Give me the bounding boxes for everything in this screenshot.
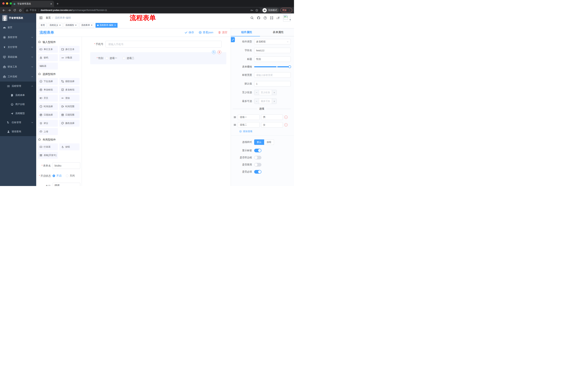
toggle-switch[interactable]	[254, 163, 262, 167]
sidebar-item-yen-2[interactable]: ¥支付管理	[0, 42, 36, 52]
title-input[interactable]	[254, 56, 291, 62]
sidebar-item-list-6[interactable]: 流程管理	[0, 82, 36, 91]
default-value-input[interactable]	[254, 81, 291, 86]
phone-field-row[interactable]: *手机号	[90, 41, 228, 47]
status-radio-0[interactable]: 开启	[52, 174, 62, 177]
fullscreen-icon[interactable]	[270, 16, 273, 20]
status-radio-1[interactable]: 关闭	[66, 174, 75, 177]
sidebar-item-toolbox-4[interactable]: 研发工具	[0, 62, 36, 72]
min-select-placeholder[interactable]: 至少应选	[259, 90, 272, 95]
palette-item-color[interactable]: 颜色选择	[59, 120, 80, 127]
add-option-button[interactable]: 添加选项	[239, 130, 291, 133]
palette-item-date[interactable]: 日期选择	[38, 111, 58, 118]
tab-component-props[interactable]: 组件属性	[231, 28, 262, 36]
view-json-button[interactable]: 查看json	[199, 31, 213, 34]
sidebar-item-user-11[interactable]: 请假查询	[0, 127, 36, 136]
app-logo[interactable]: 芋道管理系统	[0, 13, 36, 22]
link-tag-button[interactable]	[231, 37, 235, 42]
tab-form-props[interactable]: 表单属性	[262, 28, 294, 36]
browser-tab[interactable]: 芋道管理系统 ✕	[11, 1, 54, 7]
close-icon[interactable]: ✕	[75, 24, 77, 26]
delete-component-button[interactable]	[217, 50, 221, 54]
sidebar-item-tree-10[interactable]: 任务管理	[0, 118, 36, 127]
option-style-default[interactable]: 默认	[254, 139, 264, 145]
breadcrumb-home[interactable]: 首页	[46, 16, 51, 20]
page-url[interactable]: dashboard.yudao.iocoder.cn/bpm/manager/f…	[41, 9, 107, 11]
remove-option-button[interactable]: −	[284, 116, 288, 119]
palette-item-upload[interactable]: 上传	[38, 128, 58, 135]
sidebar-item-robot-8[interactable]: 用户分组	[0, 100, 36, 109]
new-tab-button[interactable]: +	[57, 2, 59, 6]
password-key-icon[interactable]	[250, 9, 253, 12]
search-icon[interactable]	[250, 16, 254, 20]
tag-2[interactable]: 流程模型✕	[64, 23, 78, 28]
maximize-window-button[interactable]	[10, 2, 12, 5]
palette-item-lock[interactable]: 密码	[38, 54, 58, 61]
palette-item-table[interactable]: 表格[开发中]	[38, 152, 58, 159]
sidebar-item-gear-1[interactable]: 系统管理	[0, 32, 36, 42]
help-icon[interactable]	[263, 16, 267, 20]
tag-1[interactable]: 流程定义✕	[48, 23, 63, 28]
palette-item-cascader[interactable]: 级联选择	[59, 78, 80, 85]
max-select-placeholder[interactable]: 最多可选	[259, 99, 272, 104]
security-label[interactable]: 不安全	[30, 9, 37, 12]
palette-item-checkbox[interactable]: 多选框组	[59, 86, 80, 93]
palette-item-radio[interactable]: 单选框组	[38, 86, 58, 93]
github-icon[interactable]	[257, 16, 260, 20]
component-type-select[interactable]: 多选框组	[254, 39, 291, 44]
sidebar-item-doc-edit-7[interactable]: 流程表单	[0, 91, 36, 100]
option-style-button[interactable]: 按钮	[264, 139, 274, 145]
tab-close-icon[interactable]: ✕	[50, 2, 52, 5]
palette-item-input[interactable]: 单行文本	[38, 46, 58, 53]
palette-item-slider[interactable]: 滑块	[59, 95, 80, 102]
decrement-button[interactable]: −	[254, 99, 259, 104]
selected-component-gender[interactable]: *性别 选项一选项二	[90, 52, 226, 64]
form-grid-slider[interactable]	[254, 66, 290, 67]
palette-item-time-range[interactable]: 时间范围	[59, 103, 80, 110]
remove-option-button[interactable]: −	[284, 123, 288, 127]
sidebar-item-toolbox-5[interactable]: 工作流程	[0, 72, 36, 82]
browser-update-button[interactable]: 更新 ⋮	[280, 8, 292, 12]
save-button[interactable]: 保存	[184, 31, 194, 34]
sidebar-item-dashboard-0[interactable]: 首页	[0, 22, 36, 32]
palette-item-textarea[interactable]: 多行文本	[59, 46, 80, 53]
label-width-input[interactable]	[254, 72, 291, 78]
palette-item-none[interactable]: 编辑器	[38, 63, 58, 70]
browser-menu-icon[interactable]: ⋮	[288, 9, 290, 12]
option-label-input[interactable]	[238, 122, 260, 128]
sidebar-item-plane-9[interactable]: 流程模型	[0, 109, 36, 118]
clear-button[interactable]: 清空	[218, 31, 227, 34]
option-value-input[interactable]	[261, 115, 283, 120]
warning-icon[interactable]	[26, 9, 28, 11]
palette-item-date-range[interactable]: 日期范围	[59, 111, 80, 118]
option-label-input[interactable]	[238, 115, 260, 120]
window-controls[interactable]	[2, 2, 12, 5]
close-icon[interactable]: ✕	[59, 24, 61, 26]
decrement-button[interactable]: −	[254, 90, 259, 95]
toggle-switch[interactable]	[254, 156, 262, 159]
field-name-input[interactable]	[254, 48, 291, 53]
toggle-switch[interactable]	[254, 149, 262, 152]
slider-handle[interactable]	[288, 65, 291, 68]
close-icon[interactable]: ✕	[91, 24, 92, 26]
sidebar-collapse-icon[interactable]	[39, 16, 43, 20]
tag-0[interactable]: 首页	[39, 23, 47, 28]
palette-item-button[interactable]: 按钮	[59, 143, 80, 150]
palette-item-select[interactable]: 下拉选择	[38, 78, 58, 85]
font-size-icon[interactable]: TT	[276, 16, 280, 20]
increment-button[interactable]: +	[272, 90, 276, 95]
tag-3[interactable]: 流程表单✕	[80, 23, 94, 28]
palette-item-time[interactable]: 时间选择	[38, 103, 58, 110]
option-value-input[interactable]	[261, 122, 283, 128]
address-bar[interactable]: 不安全 dashboard.yudao.iocoder.cn/bpm/manag…	[24, 8, 261, 13]
sidebar-item-monitor-3[interactable]: 基础设施	[0, 52, 36, 62]
back-icon[interactable]	[2, 8, 6, 12]
form-name-input[interactable]	[52, 162, 80, 169]
palette-item-row[interactable]: 行容器	[38, 143, 58, 150]
palette-item-rate[interactable]: 评分	[38, 120, 58, 127]
avatar-dropdown-caret-icon[interactable]: ▼	[289, 19, 291, 21]
increment-button[interactable]: +	[272, 99, 276, 104]
bookmark-star-icon[interactable]	[255, 9, 258, 12]
gender-checkbox-1[interactable]: 选项二	[123, 57, 134, 60]
palette-item-counter[interactable]: 123计数器	[59, 54, 80, 61]
